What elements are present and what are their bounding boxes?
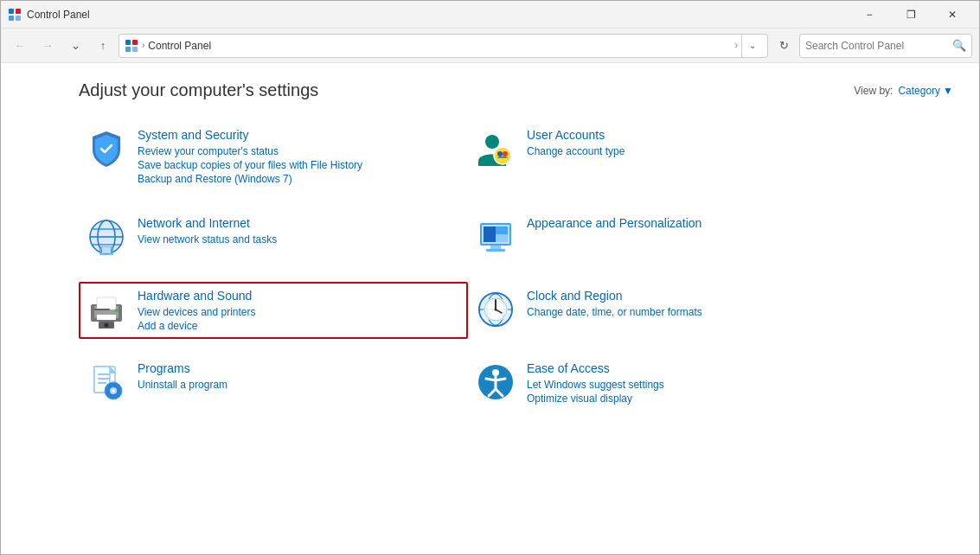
address-trail-separator: › [735,41,738,50]
svg-point-11 [503,151,508,156]
view-by-control: View by: Category ▼ [854,85,953,97]
svg-rect-50 [98,378,110,380]
address-bar[interactable]: › Control Panel › ⌄ [118,34,768,58]
clock-icon [475,289,516,330]
close-button[interactable]: ✕ [932,1,972,29]
hardware-text: Hardware and Sound View devices and prin… [138,289,256,332]
main-content: Adjust your computer's settings View by:… [1,63,979,554]
programs-icon [86,361,127,403]
svg-rect-4 [125,40,131,45]
category-ease-of-access: Ease of Access Let Windows suggest setti… [468,354,857,411]
system-security-link-2[interactable]: Backup and Restore (Windows 7) [138,173,362,185]
clock-link-0[interactable]: Change date, time, or number formats [527,306,702,318]
ease-of-access-icon [475,361,516,403]
appearance-text: Appearance and Personalization [527,216,701,232]
svg-point-10 [497,151,503,156]
ease-of-access-text: Ease of Access Let Windows suggest setti… [527,361,664,405]
hardware-title[interactable]: Hardware and Sound [138,289,256,303]
window-icon [8,8,22,22]
search-icon: 🔍 [952,39,966,52]
svg-point-32 [115,309,118,312]
svg-point-9 [494,147,511,164]
svg-point-8 [485,135,499,149]
svg-point-36 [106,324,108,327]
svg-rect-27 [496,234,508,242]
programs-text: Programs Uninstall a program [138,361,227,391]
clock-title[interactable]: Clock and Region [527,289,702,303]
svg-rect-33 [94,309,110,310]
ease-of-access-title[interactable]: Ease of Access [527,361,664,375]
title-bar: Control Panel − ❐ ✕ [1,1,979,29]
system-security-title[interactable]: System and Security [138,128,362,142]
network-icon [86,216,127,258]
svg-rect-19 [102,247,111,253]
svg-rect-30 [97,297,116,309]
svg-rect-25 [484,226,496,242]
address-folder-icon [125,39,138,53]
svg-rect-7 [132,47,138,52]
chevron-down-icon: ▼ [943,85,953,97]
svg-rect-0 [9,9,14,14]
user-accounts-link-0[interactable]: Change account type [527,145,625,157]
appearance-icon [475,216,516,258]
svg-rect-26 [496,226,508,234]
address-dropdown-button[interactable]: ⌄ [741,35,762,57]
svg-line-59 [486,379,496,380]
category-hardware-sound: Hardware and Sound View devices and prin… [79,282,468,339]
network-title[interactable]: Network and Internet [138,216,277,230]
search-input[interactable] [805,40,952,52]
categories-grid: System and Security Review your computer… [79,121,857,429]
view-by-value[interactable]: Category ▼ [898,85,953,97]
content-header: Adjust your computer's settings View by:… [79,80,953,100]
up-button[interactable]: ↑ [91,34,115,58]
ease-of-access-link-0[interactable]: Let Windows suggest settings [527,379,664,391]
user-accounts-title[interactable]: User Accounts [527,128,625,142]
system-security-icon [86,128,127,169]
svg-point-55 [112,390,115,392]
back-button[interactable]: ← [8,34,32,58]
window-title: Control Panel [27,9,849,21]
network-link-0[interactable]: View network status and tasks [138,233,277,246]
search-bar[interactable]: 🔍 [799,34,972,58]
hardware-icon [86,289,127,330]
hardware-link-0[interactable]: View devices and printers [138,306,256,318]
svg-line-60 [496,379,505,380]
category-network: Network and Internet View network status… [79,209,468,265]
system-security-text: System and Security Review your computer… [138,128,362,185]
restore-button[interactable]: ❐ [891,1,931,29]
navigation-bar: ← → ⌄ ↑ › Control Panel › ⌄ ↻ 🔍 [1,29,979,63]
svg-rect-6 [125,47,131,52]
svg-rect-31 [97,315,116,320]
appearance-title[interactable]: Appearance and Personalization [527,216,701,230]
programs-title[interactable]: Programs [138,361,227,375]
svg-rect-23 [486,249,505,252]
svg-rect-51 [98,382,106,384]
address-text: Control Panel [148,40,731,52]
system-security-link-1[interactable]: Save backup copies of your files with Fi… [138,159,362,171]
svg-point-46 [495,309,497,311]
svg-rect-49 [98,373,110,375]
svg-rect-5 [132,40,138,45]
ease-of-access-link-1[interactable]: Optimize visual display [527,392,664,405]
view-by-label: View by: [854,85,893,97]
svg-rect-22 [490,246,501,249]
svg-rect-2 [9,16,14,21]
address-separator: › [142,41,144,50]
control-panel-window: Control Panel − ❐ ✕ ← → ⌄ ↑ › Control Pa… [0,0,980,555]
svg-rect-3 [16,16,21,21]
category-user-accounts: User Accounts Change account type [468,121,857,192]
minimize-button[interactable]: − [849,1,889,29]
user-accounts-text: User Accounts Change account type [527,128,625,157]
page-title: Adjust your computer's settings [79,80,318,100]
refresh-button[interactable]: ↻ [772,34,796,58]
system-security-link-0[interactable]: Review your computer's status [138,145,362,157]
network-text: Network and Internet View network status… [138,216,277,246]
svg-rect-1 [16,9,21,14]
forward-button[interactable]: → [35,34,60,58]
programs-link-0[interactable]: Uninstall a program [138,379,227,391]
hardware-link-1[interactable]: Add a device [138,320,256,332]
recent-button[interactable]: ⌄ [63,34,87,58]
category-system-security: System and Security Review your computer… [79,121,468,192]
category-appearance: Appearance and Personalization [468,209,857,265]
window-controls: − ❐ ✕ [849,1,972,29]
